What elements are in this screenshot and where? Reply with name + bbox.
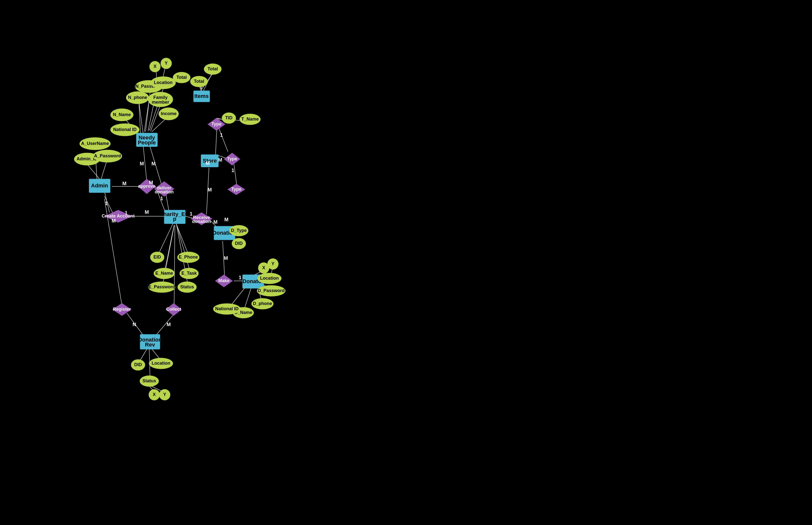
y-donator-label: Y	[272, 261, 274, 266]
svg-text:1: 1	[160, 196, 163, 201]
svg-text:M: M	[214, 219, 218, 225]
n-name-label: N_Name	[113, 112, 131, 117]
svg-text:M: M	[151, 161, 156, 166]
donation-rev-label2: Rev	[145, 342, 155, 348]
e-phone-label: E_Phone	[179, 255, 198, 259]
svg-text:N: N	[133, 322, 136, 327]
charity-emp-label2: p	[173, 216, 176, 222]
d-type-label: D_Type	[231, 228, 247, 233]
cardinality-m1: M	[112, 218, 116, 224]
svg-rect-0	[0, 0, 812, 525]
svg-text:M: M	[224, 255, 228, 261]
svg-text:1: 1	[190, 211, 192, 216]
deliver-donation-label2: donation	[155, 190, 174, 194]
total2-label: Total	[194, 79, 204, 84]
cardinality-np-approve: M	[149, 180, 153, 185]
cardinality-receive-m: M	[224, 217, 229, 222]
y-rev-label: Y	[163, 392, 166, 397]
total3-label: Total	[207, 66, 218, 71]
status-rev-label: Status	[142, 378, 156, 383]
make-label: Make	[218, 278, 229, 283]
a-username-label: A_UserName	[81, 141, 109, 146]
receive-donation-label2: donation	[192, 219, 211, 224]
e-name-label: E_Name	[155, 271, 173, 276]
svg-text:M: M	[145, 209, 149, 215]
create-account-label: Create Account	[102, 213, 134, 219]
status-emp-label: Status	[180, 284, 194, 289]
cardinality-1: 1	[125, 210, 127, 215]
svg-text:M: M	[218, 157, 222, 163]
svg-text:1: 1	[220, 132, 223, 138]
x-rev-label: X	[153, 392, 156, 397]
svg-text:M: M	[208, 187, 212, 192]
d-password-label: D_Password	[258, 288, 285, 293]
total1-label: Total	[176, 75, 187, 80]
family-member-label: Family	[153, 95, 168, 100]
location-needy-label: Location	[154, 80, 173, 85]
svg-text:M: M	[122, 181, 127, 186]
items-label: Items	[194, 93, 208, 99]
income-label: Income	[161, 111, 176, 116]
tid-label: TID	[226, 115, 233, 120]
e-task-label: E_Task	[182, 271, 197, 276]
x-donator-label: X	[262, 265, 265, 270]
n-phone-label: N_phone	[128, 95, 147, 100]
svg-text:M: M	[167, 322, 171, 327]
a-password-label: A_Password	[94, 153, 121, 158]
t-name-label: T_Name	[241, 117, 259, 122]
national-id-donator-label: National ID	[215, 306, 238, 311]
type-rel2-label: Type	[227, 156, 237, 161]
did-rev-label: DID	[134, 362, 142, 367]
family-member-label2: member	[152, 100, 169, 105]
national-id-needy-label: National ID	[113, 127, 136, 132]
needy-people-label2: People	[138, 139, 156, 146]
er-diagram: M 1 M M 1 M 1 M	[0, 0, 812, 525]
svg-text:1: 1	[231, 167, 234, 173]
svg-text:1: 1	[238, 275, 241, 280]
type-rel3-label: Type	[231, 187, 242, 192]
admin-label: Admin	[91, 182, 108, 189]
d-phone-label: D_phone	[253, 301, 272, 306]
register-label: Register	[113, 307, 131, 312]
e-password-label: E_Password	[148, 284, 175, 289]
cardinality-store-1: M	[206, 160, 210, 166]
collect-label: Collect	[166, 307, 181, 312]
x-needy-label: X	[154, 64, 157, 69]
did-donation-label: DID	[235, 241, 243, 246]
type-rel1-label: Type	[212, 122, 222, 126]
location-rev-label: Location	[152, 361, 170, 366]
location-donator-label: Location	[260, 276, 279, 281]
eid-label: EID	[154, 255, 161, 259]
y-needy-label: Y	[165, 61, 168, 65]
svg-text:M: M	[140, 161, 144, 166]
